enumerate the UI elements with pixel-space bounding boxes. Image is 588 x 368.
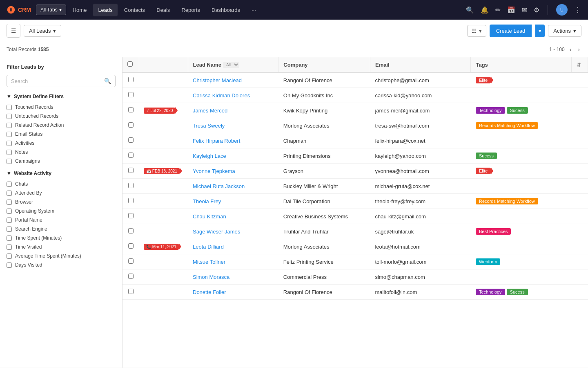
nav-leads[interactable]: Leads [93, 4, 117, 16]
search-box[interactable]: 🔍 [7, 75, 116, 87]
activity-badge[interactable]: 📞 Mar 11, 2021 [144, 244, 179, 250]
search-engine-checkbox[interactable] [7, 227, 12, 232]
row-checkbox[interactable] [128, 243, 134, 249]
lead-name-cell[interactable]: James Merced [188, 103, 278, 118]
time-spent-checkbox[interactable] [7, 236, 12, 241]
activity-badge[interactable]: ✓ Jul 22, 2020 [144, 108, 175, 114]
lead-name-cell[interactable]: Yvonne Tjepkema [188, 164, 278, 179]
filter-touched-records[interactable]: Touched Records [7, 103, 116, 112]
all-leads-button[interactable]: All Leads ▾ [24, 25, 61, 37]
activity-badge[interactable]: 📅 FEB 18, 2021 [144, 168, 180, 174]
email-column-header[interactable]: Email [370, 57, 471, 72]
filter-days-visited[interactable]: Days Visited [7, 260, 116, 269]
touched-records-checkbox[interactable] [7, 105, 12, 110]
filter-untouched-records[interactable]: Untouched Records [7, 112, 116, 121]
filter-email-status[interactable]: Email Status [7, 130, 116, 139]
nav-contacts[interactable]: Contacts [119, 4, 150, 16]
mail-icon[interactable]: ✉ [522, 6, 527, 14]
create-lead-dropdown-button[interactable]: ▾ [535, 25, 545, 37]
days-visited-checkbox[interactable] [7, 263, 12, 268]
settings-icon[interactable]: ⚙ [534, 6, 539, 14]
row-checkbox[interactable] [128, 168, 134, 173]
sort-column-header[interactable]: ⇵ [572, 57, 588, 72]
search-input[interactable] [11, 78, 102, 84]
search-icon[interactable]: 🔍 [466, 6, 474, 14]
portal-name-checkbox[interactable] [7, 218, 12, 223]
row-checkbox[interactable] [128, 258, 134, 264]
filter-campaigns[interactable]: Campaigns [7, 157, 116, 166]
filter-time-visited[interactable]: Time Visited [7, 242, 116, 251]
compose-icon[interactable]: ✏ [495, 6, 501, 14]
untouched-records-checkbox[interactable] [7, 114, 12, 119]
filter-portal-name[interactable]: Portal Name [7, 215, 116, 224]
row-checkbox[interactable] [128, 77, 134, 82]
select-all-header[interactable] [122, 57, 139, 72]
notes-checkbox[interactable] [7, 150, 12, 155]
lead-name-cell[interactable]: Kayleigh Lace [188, 148, 278, 164]
company-column-header[interactable]: Company [278, 57, 370, 72]
lead-name-cell[interactable]: Chau Kitzman [188, 209, 278, 224]
tag-best-practices[interactable]: Best Practices [476, 228, 511, 235]
tag-webform[interactable]: Webform [476, 258, 500, 265]
filter-search-engine[interactable]: Search Engine [7, 224, 116, 233]
row-checkbox[interactable] [128, 198, 134, 203]
actions-button[interactable]: Actions ▾ [548, 25, 581, 37]
sort-icon[interactable]: ⇵ [577, 62, 581, 68]
nav-dashboards[interactable]: Dashboards [207, 4, 245, 16]
operating-system-checkbox[interactable] [7, 209, 12, 214]
browser-checkbox[interactable] [7, 200, 12, 205]
row-checkbox[interactable] [128, 289, 134, 294]
avatar[interactable]: U [556, 4, 568, 16]
row-checkbox[interactable] [128, 274, 134, 279]
search-icon[interactable]: 🔍 [104, 78, 111, 84]
lead-name-cell[interactable]: Carissa Kidman Dolores [188, 88, 278, 103]
tag-success[interactable]: Sucess [507, 107, 528, 114]
filter-chats[interactable]: Chats [7, 180, 116, 188]
lead-name-cell[interactable]: Leota Dilliard [188, 239, 278, 254]
tags-column-header[interactable]: Tags [471, 57, 572, 72]
filter-related-record-action[interactable]: Related Record Action [7, 121, 116, 130]
website-activity-header[interactable]: ▼ Website Activity [7, 171, 116, 176]
row-checkbox[interactable] [128, 228, 134, 233]
row-checkbox[interactable] [128, 122, 134, 128]
row-checkbox[interactable] [128, 183, 134, 188]
tag-success[interactable]: Sucess [507, 289, 528, 295]
lead-name-cell[interactable]: Christopher Maclead [188, 72, 278, 88]
nav-deals[interactable]: Deals [151, 4, 175, 16]
related-record-action-checkbox[interactable] [7, 123, 12, 128]
calendar-icon[interactable]: 📅 [507, 6, 515, 14]
nav-reports[interactable]: Reports [176, 4, 205, 16]
system-filters-header[interactable]: ▼ System Define Filters [7, 94, 116, 99]
nav-home[interactable]: Home [68, 4, 92, 16]
row-checkbox[interactable] [128, 107, 134, 112]
lead-name-cell[interactable]: Theola Frey [188, 194, 278, 209]
activities-checkbox[interactable] [7, 141, 12, 146]
filter-notes[interactable]: Notes [7, 148, 116, 157]
lead-name-cell[interactable]: Felix Hirpara Robert [188, 133, 278, 148]
tag-records-matching[interactable]: Records Matching Workflow [476, 198, 538, 204]
email-status-checkbox[interactable] [7, 132, 12, 137]
filter-avg-time-spent[interactable]: Average Time Spent (Minutes) [7, 251, 116, 260]
avg-time-spent-checkbox[interactable] [7, 254, 12, 259]
lead-name-cell[interactable]: Tresa Sweely [188, 118, 278, 133]
lead-name-cell[interactable]: Mitsue Tollner [188, 254, 278, 269]
create-lead-button[interactable]: Create Lead [490, 25, 532, 37]
nav-more[interactable]: ··· [247, 4, 261, 16]
filter-time-spent[interactable]: Time Spent (Minutes) [7, 233, 116, 242]
filter-activities[interactable]: Activities [7, 139, 116, 148]
lead-name-filter-dropdown[interactable]: All [223, 62, 239, 68]
select-all-checkbox[interactable] [127, 61, 133, 67]
lead-name-cell[interactable]: Michael Ruta Jackson [188, 179, 278, 194]
tag-success[interactable]: Sucess [476, 153, 497, 159]
tag-elite[interactable]: Elite [476, 168, 491, 174]
all-tabs-button[interactable]: All Tabs ▾ [36, 4, 66, 15]
view-toggle[interactable]: ☷ ▾ [467, 25, 486, 37]
lead-name-cell[interactable]: Sage Wieser James [188, 224, 278, 239]
filter-button[interactable]: ☰ [7, 24, 20, 38]
chats-checkbox[interactable] [7, 182, 12, 187]
filter-browser[interactable]: Browser [7, 197, 116, 206]
prev-page-button[interactable]: ‹ [568, 45, 573, 54]
row-checkbox[interactable] [128, 137, 134, 143]
tag-elite[interactable]: Elite [476, 77, 491, 83]
notification-icon[interactable]: 🔔 [481, 6, 489, 14]
